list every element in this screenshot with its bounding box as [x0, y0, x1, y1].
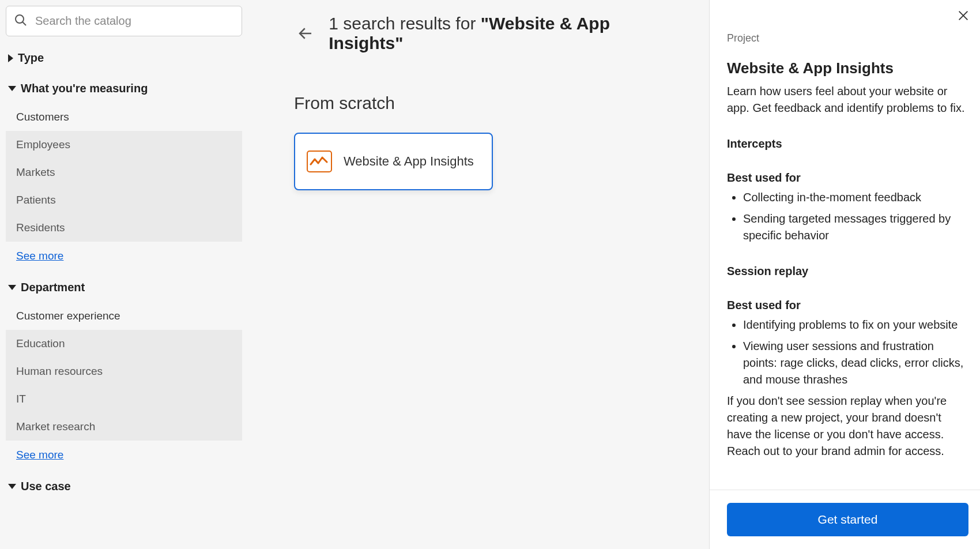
svg-point-0 [16, 15, 24, 23]
filter-header-measuring[interactable]: What you're measuring [6, 78, 242, 99]
filter-header-label: Use case [21, 480, 71, 493]
panel-title: Website & App Insights [727, 59, 968, 77]
arrow-left-icon [297, 25, 314, 42]
panel-heading-session-replay: Session replay [727, 265, 968, 278]
result-card-label: Website & App Insights [344, 154, 474, 169]
result-card-website-app-insights[interactable]: Website & App Insights [294, 133, 493, 190]
panel-note: If you don't see session replay when you… [727, 393, 968, 460]
filter-item[interactable]: Residents [6, 214, 242, 242]
panel-list-intercepts: Collecting in-the-moment feedback Sendin… [727, 189, 968, 244]
panel-list-session-replay: Identifying problems to fix on your webs… [727, 317, 968, 388]
panel-footer: Get started [710, 490, 980, 549]
list-item: Viewing user sessions and frustration po… [743, 338, 968, 388]
chevron-down-icon [8, 285, 16, 290]
search-input[interactable] [6, 6, 242, 36]
detail-panel: Project Website & App Insights Learn how… [709, 0, 980, 549]
filter-header-label: Department [21, 281, 85, 294]
search-wrapper [6, 6, 242, 36]
website-insights-icon [307, 151, 332, 172]
results-header: 1 search results for "Website & App Insi… [294, 14, 674, 53]
panel-subheading-best-used-for: Best used for [727, 171, 968, 185]
results-prefix: 1 search results for [329, 14, 480, 33]
filter-section-measuring: What you're measuring Customers Employee… [6, 78, 242, 267]
close-button[interactable] [955, 7, 972, 27]
svg-line-1 [22, 22, 26, 25]
list-item: Identifying problems to fix on your webs… [743, 317, 968, 333]
chevron-down-icon [8, 86, 16, 91]
search-icon [14, 13, 28, 29]
section-heading-from-scratch: From scratch [294, 93, 674, 113]
filter-item[interactable]: Human resources [6, 358, 242, 385]
sidebar: Type What you're measuring Customers Emp… [0, 0, 248, 549]
filter-item[interactable]: IT [6, 385, 242, 413]
list-item: Sending targeted messages triggered by s… [743, 210, 968, 244]
filter-item[interactable]: Customer experience [6, 302, 242, 330]
see-more-link[interactable]: See more [16, 250, 63, 262]
chevron-right-icon [8, 54, 13, 62]
see-more-link[interactable]: See more [16, 449, 63, 461]
filter-header-label: Type [18, 51, 44, 65]
back-button[interactable] [294, 21, 317, 46]
filter-section-usecase: Use case [6, 476, 242, 497]
filter-item[interactable]: Markets [6, 159, 242, 186]
filter-header-department[interactable]: Department [6, 277, 242, 298]
filter-header-type[interactable]: Type [6, 48, 242, 68]
filter-item[interactable]: Customers [6, 103, 242, 131]
panel-heading-intercepts: Intercepts [727, 137, 968, 151]
filter-item[interactable]: Education [6, 330, 242, 358]
filter-items-department: Customer experience Education Human reso… [6, 302, 242, 441]
filter-items-measuring: Customers Employees Markets Patients Res… [6, 103, 242, 242]
filter-item[interactable]: Employees [6, 131, 242, 159]
panel-body: Project Website & App Insights Learn how… [710, 0, 980, 490]
filter-section-department: Department Customer experience Education… [6, 277, 242, 466]
filter-section-type: Type [6, 48, 242, 68]
filter-header-label: What you're measuring [21, 82, 148, 95]
get-started-button[interactable]: Get started [727, 503, 968, 536]
close-icon [957, 9, 970, 22]
filter-item[interactable]: Market research [6, 413, 242, 441]
panel-description: Learn how users feel about your website … [727, 83, 968, 116]
filter-item[interactable]: Patients [6, 186, 242, 214]
panel-eyebrow: Project [727, 32, 968, 44]
list-item: Collecting in-the-moment feedback [743, 189, 968, 206]
chevron-down-icon [8, 484, 16, 489]
results-title: 1 search results for "Website & App Insi… [329, 14, 674, 53]
filter-header-usecase[interactable]: Use case [6, 476, 242, 497]
panel-subheading-best-used-for: Best used for [727, 299, 968, 312]
main-content: 1 search results for "Website & App Insi… [248, 0, 709, 549]
